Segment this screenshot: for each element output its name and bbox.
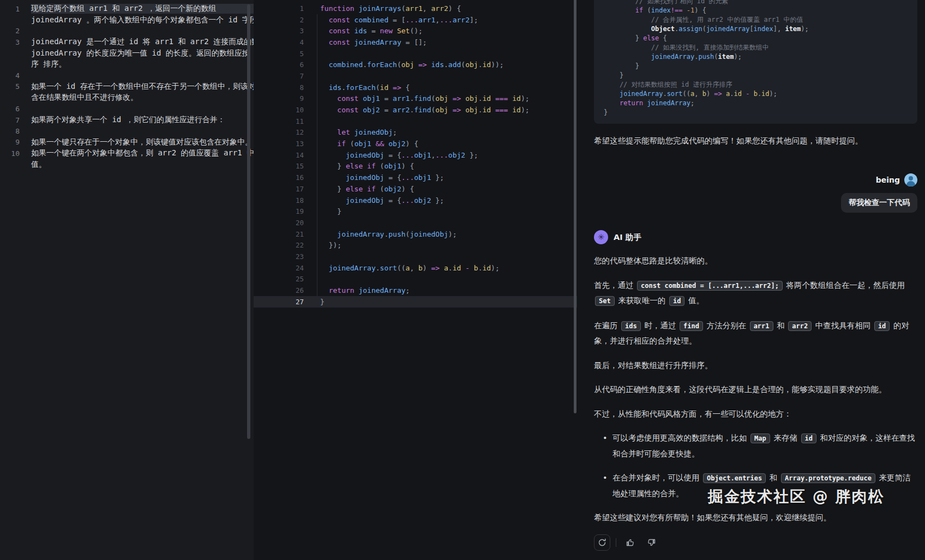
editor-code-line[interactable]: 13 if (obj1 && obj2) { bbox=[254, 138, 577, 149]
code-token: joinedArray bbox=[620, 90, 663, 98]
problem-line-row: 6 bbox=[0, 104, 254, 115]
editor-code-line[interactable]: 19 } bbox=[254, 206, 577, 217]
editor-code-line[interactable]: 10 const obj2 = arr2.find(obj => obj.id … bbox=[254, 104, 577, 116]
inline-code-chip: const combined = [...arr1,...arr2]; bbox=[637, 281, 783, 291]
thumbs-down-button[interactable] bbox=[644, 534, 660, 551]
editor-code-line[interactable]: 15 } else if (obj1) { bbox=[254, 161, 577, 172]
editor-line-code: combined.forEach(obj => ids.add(obj.id))… bbox=[320, 61, 504, 69]
editor-code-line[interactable]: 8 ids.forEach(id => { bbox=[254, 82, 577, 93]
editor-code-line[interactable]: 24 joinedArray.sort((a, b) => a.id - b.i… bbox=[254, 262, 577, 274]
problem-line-number: 5 bbox=[0, 82, 20, 91]
problem-scrollbar-thumb[interactable] bbox=[247, 4, 250, 439]
editor-code-line[interactable]: 20 bbox=[254, 217, 577, 228]
code-token bbox=[320, 94, 337, 103]
code-token: ... bbox=[401, 173, 414, 182]
editor-code-line[interactable]: 7 bbox=[254, 70, 577, 82]
code-token: obj1 bbox=[355, 140, 371, 148]
editor-code-line[interactable]: 6 combined.forEach(obj => ids.add(obj.id… bbox=[254, 59, 577, 70]
code-editor-panel[interactable]: 1function joinArrays(arr1, arr2) {2 cons… bbox=[254, 0, 577, 560]
code-token: ... bbox=[435, 151, 448, 159]
editor-code-line[interactable]: 17 } else if (obj2) { bbox=[254, 183, 577, 195]
paragraph-text: 值。 bbox=[686, 296, 704, 305]
editor-code-line[interactable]: 22 }); bbox=[254, 239, 577, 251]
code-token: } bbox=[320, 207, 341, 215]
editor-code-line[interactable]: 1function joinArrays(arr1, arr2) { bbox=[254, 3, 577, 14]
editor-lines: 1function joinArrays(arr1, arr2) {2 cons… bbox=[254, 0, 577, 308]
code-token: b bbox=[470, 264, 478, 272]
inline-code-chip: ids bbox=[621, 321, 641, 331]
code-token: , bbox=[410, 264, 418, 272]
editor-code-line[interactable]: 27} bbox=[254, 296, 577, 308]
editor-code-line[interactable]: 2 const combined = [...arr1,...arr2]; bbox=[254, 14, 577, 26]
code-token: return bbox=[620, 99, 643, 107]
paragraph-text: 从代码的正确性角度来看，这段代码在逻辑上是合理的，能够实现题目要求的功能。 bbox=[594, 385, 887, 394]
ai-code-lines: // 如果找到了相同 id 的元素 if (index!== -1) { // … bbox=[604, 0, 908, 117]
code-token: { bbox=[401, 83, 410, 92]
code-token: combined bbox=[350, 16, 388, 24]
editor-line-code: } else if (obj1) { bbox=[320, 162, 414, 170]
ai-code-block: // 如果找到了相同 id 的元素 if (index!== -1) { // … bbox=[594, 0, 917, 124]
problem-line-row: joinedArray 的长度应为唯一值 id 的长度。返回的数组应按 id 升 bbox=[0, 48, 254, 59]
editor-code-line[interactable]: 16 joinedObj = {...obj1 }; bbox=[254, 172, 577, 183]
editor-line-number: 18 bbox=[254, 196, 304, 204]
editor-line-number: 4 bbox=[254, 38, 304, 46]
code-token: id bbox=[380, 83, 389, 92]
editor-code-line[interactable]: 11 bbox=[254, 116, 577, 127]
code-token: arr1 bbox=[418, 16, 435, 24]
paragraph-text: 和 bbox=[774, 321, 788, 330]
code-token: find bbox=[414, 106, 431, 114]
editor-code-line[interactable]: 5 bbox=[254, 48, 577, 59]
editor-code-line[interactable]: 18 joinedObj = {...obj2 }; bbox=[254, 195, 577, 206]
code-token: push bbox=[698, 53, 714, 61]
editor-code-line[interactable]: 9 const obj1 = arr1.find(obj => obj.id =… bbox=[254, 93, 577, 105]
editor-line-number: 6 bbox=[254, 61, 304, 69]
code-token bbox=[320, 106, 337, 114]
code-token: obj1 bbox=[414, 151, 431, 159]
editor-code-line[interactable]: 4 const joinedArray = []; bbox=[254, 37, 577, 48]
editor-code-line[interactable]: 25 bbox=[254, 274, 577, 285]
editor-scrollbar-thumb[interactable] bbox=[574, 0, 576, 413]
editor-code-line[interactable]: 3 const ids = new Set(); bbox=[254, 25, 577, 37]
regenerate-button[interactable] bbox=[594, 534, 610, 551]
code-token: const bbox=[329, 38, 350, 46]
editor-code-line[interactable]: 14 joinedObj = {...obj1,...obj2 }; bbox=[254, 149, 577, 161]
editor-line-number: 7 bbox=[254, 72, 304, 80]
code-token: joinedArray bbox=[706, 25, 749, 33]
code-token: } bbox=[320, 298, 325, 306]
editor-code-line[interactable]: 21 joinedArray.push(joinedObj); bbox=[254, 228, 577, 240]
problem-line-number: 4 bbox=[0, 71, 20, 80]
paragraph-text: 您的代码整体思路是比较清晰的。 bbox=[594, 256, 713, 265]
ai-code-line: return joinedArray; bbox=[604, 99, 908, 108]
code-token: joinedObj bbox=[346, 196, 384, 204]
editor-line-code: joinedObj = {...obj1 }; bbox=[320, 173, 444, 182]
code-token: id bbox=[482, 264, 491, 272]
editor-line-number: 9 bbox=[254, 94, 304, 103]
editor-code-line[interactable]: 23 bbox=[254, 251, 577, 262]
ai-paragraph: 不过，从性能和代码风格方面，有一些可以优化的地方： bbox=[594, 407, 917, 422]
code-token: (); bbox=[410, 27, 422, 35]
paragraph-text: 最后，对结果数组进行升序排序。 bbox=[594, 361, 713, 370]
code-token: obj bbox=[435, 106, 448, 114]
code-token bbox=[320, 27, 329, 35]
code-token: else bbox=[346, 162, 363, 170]
code-token: b bbox=[749, 90, 757, 98]
code-token: obj2 bbox=[358, 106, 380, 114]
editor-code-line[interactable]: 12 let joinedObj; bbox=[254, 127, 577, 139]
code-token: => bbox=[448, 94, 461, 103]
ai-paragraph: 从代码的正确性角度来看，这段代码在逻辑上是合理的，能够实现题目要求的功能。 bbox=[594, 382, 917, 398]
code-token: . bbox=[376, 264, 380, 272]
user-avatar[interactable] bbox=[904, 173, 917, 186]
editor-line-number: 5 bbox=[254, 50, 304, 58]
problem-line-number: 2 bbox=[0, 27, 20, 35]
thumbs-up-button[interactable] bbox=[622, 534, 638, 551]
editor-code-line[interactable]: 26 return joinedArray; bbox=[254, 285, 577, 296]
ai-code-line: if (index!== -1) { bbox=[604, 6, 908, 15]
code-token: }); bbox=[320, 241, 341, 249]
problem-line-row: 8 bbox=[0, 125, 254, 136]
code-token: ids bbox=[329, 83, 341, 92]
code-token: ... bbox=[401, 196, 414, 204]
app-window: 1现给定两个数组 arr1 和 arr2 ，返回一个新的数组joinedArra… bbox=[0, 0, 925, 560]
inline-code-chip: Map bbox=[750, 433, 770, 443]
code-token: } bbox=[604, 71, 623, 79]
editor-line-code: const obj2 = arr2.find(obj => obj.id ===… bbox=[320, 106, 530, 114]
